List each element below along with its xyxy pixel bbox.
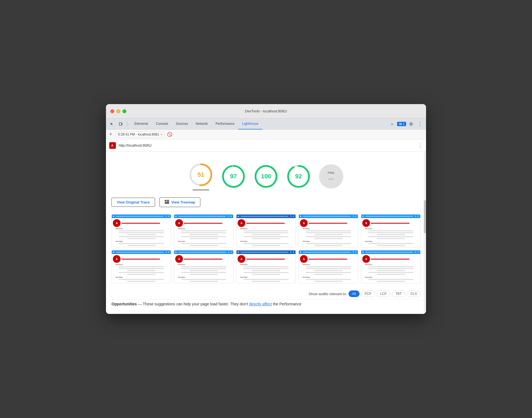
minimize-button[interactable] (116, 109, 120, 113)
screenshot-thumb-2: ✦ ✦ A Resources Next Steps (174, 214, 233, 247)
pwa-label: PWA (328, 171, 334, 174)
filter-lcp-button[interactable]: LCP (377, 290, 390, 297)
screenshot-thumb-8: ✦ ✦ A Resources Next Steps (236, 250, 296, 283)
view-trace-button[interactable]: View Original Trace (111, 198, 155, 207)
score-circle-97: 97 (221, 164, 246, 189)
url-selector[interactable]: 5:28:41 PM - localhost:8081 ▾ (116, 132, 165, 137)
svg-rect-1 (122, 123, 123, 125)
tab-network[interactable]: Network (192, 118, 212, 129)
device-toggle-icon[interactable] (117, 120, 125, 128)
opportunities-section: Opportunities — These suggestions can he… (111, 299, 421, 308)
score-value-92: 92 (295, 173, 302, 180)
pwa-circle: PWA — (319, 164, 343, 189)
filter-tbt-button[interactable]: TBT (392, 290, 405, 297)
screenshot-thumb-3: ✦ ✦ A Resources Next Steps (236, 214, 296, 247)
score-best-practices: 100 (254, 164, 278, 189)
close-button[interactable] (110, 109, 114, 113)
tab-elements[interactable]: Elements (131, 118, 152, 129)
url-bar: A http://localhost:8081/ ⋮ (106, 139, 426, 152)
audits-filter-row: Show audits relevant to: All FCP LCP TBT… (111, 286, 421, 299)
screenshot-thumb-7: ✦ ✦ A Resources Next Steps (174, 250, 233, 283)
treemap-icon (165, 200, 169, 205)
score-underline (193, 190, 209, 190)
notification-badge[interactable]: 1 (397, 122, 406, 126)
action-icons (108, 120, 128, 128)
audits-filter-label: Show audits relevant to: (309, 292, 347, 296)
directly-affect-link[interactable]: directly affect (249, 302, 272, 306)
devtools-tab-bar: Elements Console Sources Network Perform… (106, 118, 426, 129)
tab-console[interactable]: Console (152, 118, 172, 129)
scrollbar-track (424, 152, 426, 314)
traffic-lights (110, 109, 126, 113)
tab-performance[interactable]: Performance (212, 118, 238, 129)
main-content: 51 97 (106, 152, 426, 314)
window-title: DevTools - localhost:8081/ (245, 109, 287, 113)
screenshot-thumb-5: ✦ ✦ A Resources Next Steps (361, 214, 421, 247)
score-circle-51: 51 (189, 163, 213, 187)
score-value-100: 100 (261, 173, 271, 180)
settings-icon[interactable] (407, 120, 415, 128)
svg-rect-15 (167, 200, 169, 201)
screenshot-thumb-10: ✦ ✦ A Resources Next Steps (361, 250, 421, 283)
svg-text:A: A (111, 144, 113, 147)
opportunities-title: Opportunities — These suggestions can he… (111, 302, 421, 306)
score-circle-92: 92 (286, 164, 311, 189)
pointer-icon[interactable] (108, 120, 116, 128)
score-seo: 92 (286, 164, 311, 189)
filter-all-button[interactable]: All (349, 290, 359, 297)
page-url: http://localhost:8081/ (119, 143, 415, 147)
svg-rect-17 (165, 202, 169, 204)
tab-sources[interactable]: Sources (172, 118, 192, 129)
title-bar: DevTools - localhost:8081/ (106, 104, 426, 118)
screenshot-thumb-1: ✦ ✦ A Resources Next Steps (111, 214, 171, 247)
score-value-51: 51 (198, 171, 204, 178)
score-circle-100: 100 (254, 164, 278, 189)
tab-divider (127, 121, 127, 127)
add-tab-icon[interactable]: + (108, 131, 113, 137)
scrollbar-thumb[interactable] (424, 200, 426, 233)
devtools-window: DevTools - localhost:8081/ Elements Cons… (106, 104, 426, 314)
screenshot-thumb-4: ✦ ✦ A Resources Next Steps (299, 214, 358, 247)
score-performance: 51 (189, 163, 213, 190)
svg-rect-0 (119, 123, 121, 125)
score-value-97: 97 (230, 173, 237, 180)
url-dropdown-arrow: ▾ (161, 133, 162, 136)
url-more-icon[interactable]: ⋮ (418, 142, 423, 149)
screenshots-grid: ✦ ✦ A Resources Next Steps (111, 211, 421, 286)
action-buttons-row: View Original Trace View Treemap (111, 193, 421, 211)
block-icon[interactable]: 🚫 (167, 132, 172, 137)
pwa-dash: — (328, 176, 334, 182)
screenshot-thumb-9: ✦ ✦ A Resources Next Steps (299, 250, 358, 283)
more-options-icon[interactable]: ⋮ (416, 120, 424, 128)
site-favicon: A (109, 142, 116, 149)
filter-fcp-button[interactable]: FCP (361, 290, 375, 297)
score-accessibility: 97 (221, 164, 246, 189)
maximize-button[interactable] (123, 109, 126, 113)
screenshot-thumb-6: ✦ ✦ A Resources Next Steps (111, 250, 171, 283)
view-treemap-button[interactable]: View Treemap (159, 197, 200, 207)
svg-rect-14 (165, 200, 166, 202)
tabs-right-actions: » 1 ⋮ (388, 120, 424, 128)
score-pwa: PWA — (319, 164, 343, 189)
more-tabs-icon[interactable]: » (388, 120, 396, 128)
devtools-secondary-bar: + 5:28:41 PM - localhost:8081 ▾ 🚫 (106, 129, 426, 139)
svg-rect-16 (167, 201, 169, 202)
tab-lighthouse[interactable]: Lighthouse (238, 118, 262, 129)
scores-row: 51 97 (111, 157, 421, 193)
filter-cls-button[interactable]: CLS (407, 290, 421, 297)
